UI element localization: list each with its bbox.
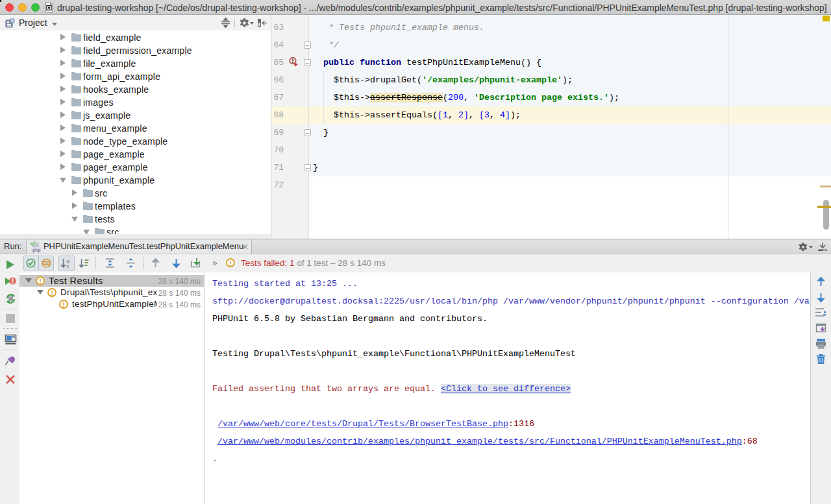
svg-text:z: z <box>67 263 69 269</box>
svg-text:php: php <box>32 248 40 253</box>
